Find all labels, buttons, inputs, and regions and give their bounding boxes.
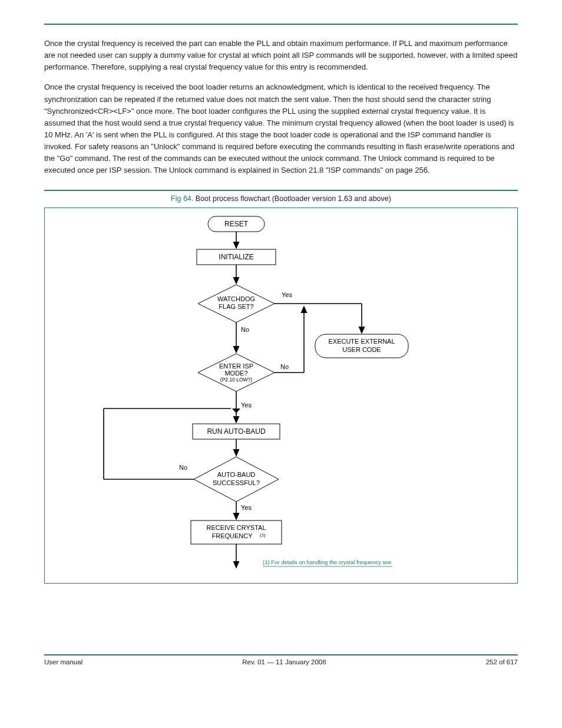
watchdog-text1: WATCHDOG bbox=[217, 295, 255, 302]
reset-text: RESET bbox=[224, 220, 249, 228]
autobaud-text: RUN AUTO-BAUD bbox=[207, 427, 265, 436]
exec-text2: USER CODE bbox=[342, 346, 381, 353]
isp-text2: MODE? bbox=[224, 370, 247, 377]
autoq-yes: Yes bbox=[241, 504, 252, 511]
flowchart-container: RESET INITIALIZE WATCHDOG FLAG SET? Yes … bbox=[44, 207, 518, 584]
exec-text1: EXECUTE EXTERNAL bbox=[328, 338, 395, 345]
header-rule bbox=[44, 24, 518, 25]
loop-arrowhead bbox=[232, 409, 240, 413]
autoq-text2: SUCCESSFUL? bbox=[213, 479, 260, 486]
footer-left: User manual bbox=[44, 658, 82, 666]
isp-no: No bbox=[280, 363, 289, 370]
paragraph-2: Once the crystal frequency is received t… bbox=[44, 81, 518, 176]
recv-text2: FREQUENCY bbox=[211, 532, 253, 539]
footer-center: Rev. 01 — 11 January 2008 bbox=[242, 658, 326, 666]
recv-text1: RECEIVE CRYSTAL bbox=[206, 524, 266, 531]
figure-caption: Fig 64. Boot process flowchart (Bootload… bbox=[44, 195, 518, 203]
recv-super: (1) bbox=[260, 532, 266, 538]
footnote-text: (1) For details on handling the crystal … bbox=[263, 559, 392, 565]
init-text: INITIALIZE bbox=[219, 253, 253, 261]
figure-rule-top bbox=[44, 190, 518, 191]
flowchart-svg: RESET INITIALIZE WATCHDOG FLAG SET? Yes … bbox=[45, 208, 516, 583]
autoq-text1: AUTO-BAUD bbox=[217, 471, 256, 478]
figure-caption-text: Boot process flowchart (Bootloader versi… bbox=[196, 195, 391, 203]
isp-yes: Yes bbox=[241, 401, 252, 409]
figure-number: Fig 64. bbox=[171, 195, 193, 203]
paragraph-1: Once the crystal frequency is received t… bbox=[44, 38, 518, 73]
isp-text1: ENTER ISP bbox=[219, 363, 253, 370]
wd-no: No bbox=[241, 326, 249, 333]
isp-text3: (P2.10 LOW?) bbox=[220, 377, 252, 383]
wd-yes: Yes bbox=[282, 291, 292, 298]
watchdog-text2: FLAG SET? bbox=[219, 303, 253, 310]
footer-right: 252 of 617 bbox=[486, 658, 518, 666]
autoq-no: No bbox=[179, 464, 187, 471]
footer: User manual Rev. 01 — 11 January 2008 25… bbox=[44, 654, 518, 666]
